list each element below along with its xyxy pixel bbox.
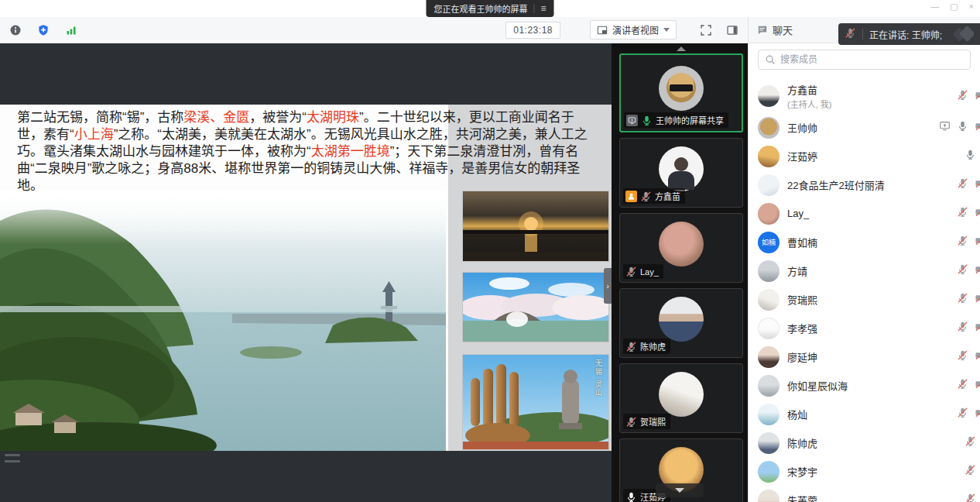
member-status-icons: [957, 321, 980, 335]
member-row[interactable]: 方鑫苗(主持人, 我): [749, 79, 980, 113]
member-status-icons: [957, 177, 980, 192]
mic-on-white-icon: [625, 491, 637, 502]
share-top-letterbox: [0, 43, 612, 105]
member-name-block: 宋梦宇: [787, 464, 965, 479]
video-tile[interactable]: Lay_: [619, 213, 743, 283]
host-icon: [625, 191, 637, 202]
member-row[interactable]: 方靖: [749, 256, 980, 285]
cam-muted-icon: [975, 349, 980, 364]
avatar: [758, 289, 780, 311]
member-row[interactable]: 如楠曹如楠: [749, 228, 980, 256]
mic-muted-icon: [957, 235, 968, 249]
member-list: 方鑫苗(主持人, 我)王帅帅汪茹婷22食品生产2班付丽清Lay_如楠曹如楠方靖贺…: [749, 79, 980, 502]
member-name: Lay_: [787, 208, 957, 219]
mic-muted-icon: [640, 191, 652, 202]
member-row[interactable]: 汪茹婷: [749, 142, 980, 170]
avatar: [758, 404, 780, 425]
member-row[interactable]: 廖延坤: [749, 342, 980, 371]
mic-muted-icon: [957, 177, 968, 192]
member-row[interactable]: 朱芙蓉: [749, 486, 980, 502]
member-row[interactable]: 22食品生产2班付丽清: [749, 170, 980, 199]
member-row[interactable]: 你如星辰似海: [749, 371, 980, 400]
search-input[interactable]: [780, 54, 964, 65]
maximize-button[interactable]: ▢: [950, 2, 958, 12]
member-name-block: 陈帅虎: [787, 435, 965, 450]
video-tile[interactable]: 王帅帅的屏幕共享: [619, 53, 743, 132]
photo-caption: 无锡·灵山: [594, 359, 604, 397]
participant-avatar: [659, 66, 704, 111]
info-icon[interactable]: [6, 21, 25, 40]
member-name-block: 王帅帅: [787, 120, 939, 135]
avatar: [758, 146, 780, 167]
meeting-window: 您正在观看王帅帅的屏幕 ≡ — ▢ × 01:23:18: [0, 0, 980, 502]
scroll-down-button[interactable]: [656, 483, 704, 497]
member-name-block: 朱芙蓉: [787, 493, 965, 502]
video-tile[interactable]: 方鑫苗: [619, 138, 743, 208]
screen-share-chip-icon: [626, 115, 638, 126]
mic-muted-icon: [957, 407, 968, 421]
member-name: 22食品生产2班付丽清: [787, 177, 957, 192]
member-status-icons: [965, 435, 976, 450]
close-button[interactable]: ×: [969, 2, 974, 12]
tile-label-chip: 方鑫苗: [623, 188, 685, 204]
video-tile[interactable]: 陈帅虎: [619, 288, 743, 358]
member-name: 你如星辰似海: [787, 378, 957, 393]
video-strip: 王帅帅的屏幕共享方鑫苗Lay_陈帅虎贺瑞熙汪茹婷: [612, 43, 748, 502]
member-name-block: Lay_: [787, 208, 957, 219]
avatar: [758, 461, 780, 483]
member-status-icons: [965, 149, 976, 163]
tile-label: Lay_: [640, 267, 659, 277]
minimize-button[interactable]: —: [930, 2, 939, 12]
fullscreen-icon[interactable]: [697, 21, 715, 40]
photo-sunset-over-taihu: [463, 191, 608, 261]
member-row[interactable]: 宋梦宇: [749, 457, 980, 486]
member-status-icons: [957, 378, 980, 393]
member-search[interactable]: [758, 50, 971, 70]
mic-muted-icon: [957, 321, 968, 335]
avatar: [758, 432, 780, 454]
member-panel: 方鑫苗(主持人, 我)王帅帅汪茹婷22食品生产2班付丽清Lay_如楠曹如楠方靖贺…: [748, 43, 980, 502]
member-status-icons: [957, 263, 980, 278]
member-row[interactable]: Lay_: [749, 199, 980, 228]
participant-avatar: [659, 372, 704, 417]
panel-collapse-handle[interactable]: ›: [604, 268, 612, 304]
tile-label: 王帅帅的屏幕共享: [656, 114, 724, 126]
chat-bubble-icon: [756, 24, 768, 36]
participant-avatar: [659, 222, 704, 266]
mic-muted-icon: [957, 378, 968, 393]
member-row[interactable]: 贺瑞熙: [749, 285, 980, 314]
member-row[interactable]: 王帅帅: [749, 113, 980, 142]
sidebar-toggle-icon[interactable]: [723, 21, 742, 40]
scroll-up-chevron-icon[interactable]: [677, 46, 686, 51]
screen-share-icon: [939, 120, 951, 135]
search-icon: [765, 54, 776, 65]
mic-muted-icon: [965, 435, 976, 450]
avatar: [758, 346, 780, 368]
mic-muted-icon: [625, 266, 637, 277]
view-mode-button[interactable]: 演讲者视图: [590, 20, 677, 40]
member-name-block: 汪茹婷: [787, 149, 965, 163]
toolbar: 01:23:18 演讲者视图: [0, 17, 748, 43]
photo-lingshan-buddha: 无锡·灵山: [463, 355, 608, 449]
member-row[interactable]: 李孝强: [749, 314, 980, 342]
member-row[interactable]: 杨灿: [749, 400, 980, 428]
participant-avatar: [659, 146, 704, 191]
mic-muted-icon: [845, 27, 856, 42]
network-signal-icon[interactable]: [62, 21, 81, 40]
speaking-toast: 正在讲话: 王帅帅;: [838, 23, 980, 45]
member-name-block: 贺瑞熙: [787, 292, 957, 307]
tile-label: 贺瑞熙: [640, 415, 666, 428]
cam-muted-icon: [975, 263, 980, 278]
shield-icon[interactable]: [34, 21, 53, 40]
member-status-icons: [965, 464, 976, 479]
cam-muted-icon: [975, 120, 980, 135]
avatar: [758, 203, 780, 225]
member-name: 李孝强: [787, 321, 957, 335]
mic-on-icon: [965, 149, 976, 163]
member-row[interactable]: 陈帅虎: [749, 428, 980, 457]
tile-label-chip: Lay_: [623, 264, 663, 279]
banner-menu-icon[interactable]: ≡: [540, 4, 546, 13]
video-tile[interactable]: 贺瑞熙: [619, 363, 743, 433]
participant-avatar: [659, 297, 704, 342]
watching-banner[interactable]: 您正在观看王帅帅的屏幕 ≡: [426, 0, 553, 17]
